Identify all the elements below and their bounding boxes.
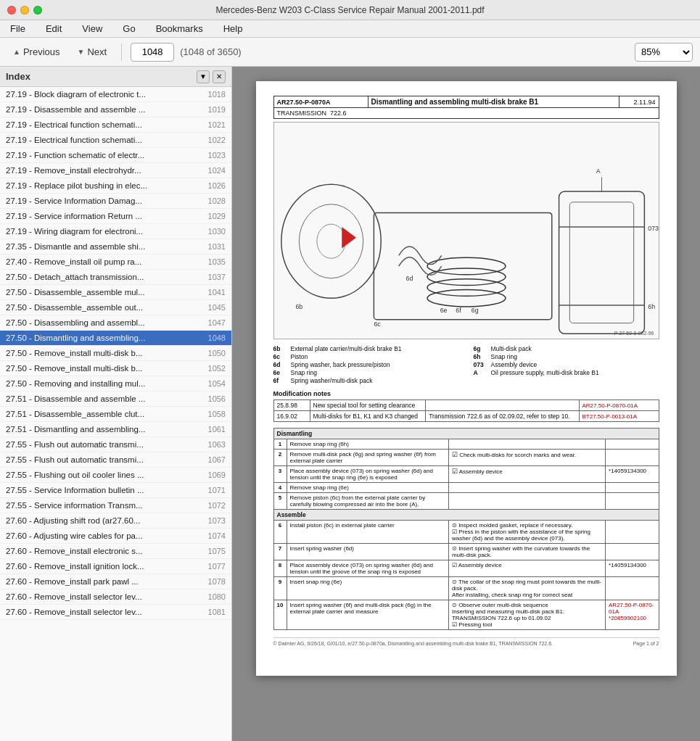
sidebar-item-title-28: 27.60 - Adjusting shift rod (ar27.60...	[6, 516, 199, 525]
pdf-diagram: 6e 6f 6g 6d 073 6h	[273, 122, 659, 339]
sidebar-item-5[interactable]: 27.19 - Remove_install electrohydr...102…	[0, 163, 231, 178]
sidebar-item-page-33: 1080	[204, 592, 226, 601]
sidebar-item-page-19: 1054	[204, 379, 226, 388]
sidebar-item-17[interactable]: 27.50 - Remove_install multi-disk b...10…	[0, 346, 231, 361]
pdf-transmission: TRANSMISSION 722.6	[273, 108, 659, 119]
sidebar-item-12[interactable]: 27.50 - Detach_attach transmission...103…	[0, 270, 231, 285]
step-row-7: 7 Insert spring washer (6d) ⊙ Insert spr…	[273, 544, 659, 560]
sidebar-item-title-14: 27.50 - Disassemble_assemble out...	[6, 303, 199, 312]
content-area[interactable]: AR27.50-P-0870A Dismantling and assembli…	[232, 67, 700, 741]
legend-073: 073 Assembly device	[474, 361, 659, 368]
menu-help[interactable]: Help	[219, 22, 247, 36]
menu-edit[interactable]: Edit	[41, 22, 66, 36]
menu-go[interactable]: Go	[118, 22, 139, 36]
sidebar-item-22[interactable]: 27.51 - Dismantling and assembling...106…	[0, 422, 231, 437]
page-number-input[interactable]: 1048	[131, 43, 174, 62]
mod-link-1[interactable]: AR27.50-P-0870-01A	[582, 402, 638, 409]
sidebar-item-page-23: 1063	[204, 440, 226, 449]
sidebar-item-page-24: 1067	[204, 455, 226, 464]
sidebar-list: 27.19 - Block diagram of electronic t...…	[0, 87, 231, 741]
maximize-button[interactable]	[33, 6, 42, 15]
sidebar-item-21[interactable]: 27.51 - Disassemble_assemble clut...1058	[0, 407, 231, 422]
next-button[interactable]: ▼ Next	[71, 44, 112, 60]
svg-text:6g: 6g	[471, 307, 478, 314]
sidebar-item-9[interactable]: 27.19 - Wiring diagram for electroni...1…	[0, 224, 231, 239]
sidebar-item-34[interactable]: 27.60 - Remove_install selector lev...10…	[0, 605, 231, 620]
menu-view[interactable]: View	[78, 22, 107, 36]
sidebar-item-page-20: 1056	[204, 394, 226, 403]
sidebar-item-0[interactable]: 27.19 - Block diagram of electronic t...…	[0, 87, 231, 102]
sidebar-item-33[interactable]: 27.60 - Remove_install selector lev...10…	[0, 589, 231, 605]
sidebar-item-10[interactable]: 27.35 - Dismantle and assemble shi...103…	[0, 239, 231, 254]
legend-6d: 6d Spring washer, back pressure/piston	[273, 361, 459, 368]
legend-6f: 6f Spring washer/multi-disk pack	[273, 377, 459, 384]
sidebar-item-4[interactable]: 27.19 - Function schematic of electr...1…	[0, 148, 231, 163]
sidebar-item-page-2: 1021	[204, 120, 226, 129]
sidebar-item-2[interactable]: 27.19 - Electrical function schemati...1…	[0, 117, 231, 133]
sidebar-item-13[interactable]: 27.50 - Disassemble_assemble mul...1041	[0, 285, 231, 300]
sidebar-item-8[interactable]: 27.19 - Service information Return ...10…	[0, 209, 231, 224]
sidebar-item-29[interactable]: 27.60 - Adjusting wire cables for pa...1…	[0, 529, 231, 544]
sidebar-header: Index ▼ ✕	[0, 67, 231, 87]
sidebar-item-page-17: 1050	[204, 349, 226, 357]
sidebar-item-7[interactable]: 27.19 - Service Information Damag...1028	[0, 194, 231, 209]
sidebar-item-23[interactable]: 27.55 - Flush out automatic transmi...10…	[0, 437, 231, 452]
pdf-header-table: AR27.50-P-0870A Dismantling and assembli…	[273, 96, 659, 119]
step10-link2[interactable]: *20859902100	[609, 615, 646, 621]
sidebar-item-19[interactable]: 27.50 - Removing and installing mul...10…	[0, 376, 231, 392]
sidebar-item-20[interactable]: 27.51 - Disassemble and assemble ...1056	[0, 392, 231, 407]
sidebar-item-1[interactable]: 27.19 - Disassemble and assemble ...1019	[0, 102, 231, 117]
sidebar-item-31[interactable]: 27.60 - Remove_install ignition lock...1…	[0, 559, 231, 574]
legend-6g: 6g Multi-disk pack	[474, 345, 659, 352]
sidebar-item-6[interactable]: 27.19 - Replace pilot bushing in elec...…	[0, 178, 231, 194]
sidebar-item-3[interactable]: 27.19 - Electrical function schemati...1…	[0, 133, 231, 148]
sidebar-item-27[interactable]: 27.55 - Service information Transm...107…	[0, 498, 231, 513]
sidebar-item-32[interactable]: 27.60 - Remove_install park pawl ...1078	[0, 574, 231, 589]
sidebar-item-16[interactable]: 27.50 - Dismantling and assembling...104…	[0, 331, 231, 346]
sidebar-item-18[interactable]: 27.50 - Remove_install multi-disk b...10…	[0, 361, 231, 376]
assemble-header: Assemble	[273, 510, 659, 521]
sidebar-item-title-20: 27.51 - Disassemble and assemble ...	[6, 394, 199, 403]
step-row-9: 9 Insert snap ring (6e) ⊙ The collar of …	[273, 577, 659, 600]
sidebar-item-page-7: 1028	[204, 196, 226, 205]
footer-page: Page 1 of 2	[633, 641, 659, 646]
svg-text:A: A	[596, 167, 600, 175]
sidebar-item-30[interactable]: 27.60 - Remove_install electronic s...10…	[0, 544, 231, 559]
mod-link-2[interactable]: BT27.50-P-0013-01A	[582, 413, 638, 420]
sidebar-item-25[interactable]: 27.55 - Flushing out oil cooler lines ..…	[0, 468, 231, 483]
mod-notes-table: 25.8.98 New special tool for setting cle…	[273, 400, 659, 422]
sidebar-item-title-26: 27.55 - Service Information bulletin ...	[6, 486, 199, 494]
close-button[interactable]	[7, 6, 16, 15]
sidebar-item-title-13: 27.50 - Disassemble_assemble mul...	[6, 288, 199, 297]
mod-row-1: 25.8.98 New special tool for setting cle…	[273, 400, 659, 411]
steps-table: Dismantling 1 Remove snap ring (6h) 2 Re…	[273, 428, 659, 630]
sidebar-item-page-13: 1041	[204, 288, 226, 297]
zoom-select[interactable]: 85% 100% 125% 150% 75% 50%	[635, 43, 693, 62]
legend-6b: 6b External plate carrier/multi-disk bra…	[273, 345, 459, 352]
sidebar-item-page-30: 1075	[204, 547, 226, 555]
next-arrow-icon: ▼	[77, 48, 84, 56]
sidebar-item-24[interactable]: 27.55 - Flush out automatic transmi...10…	[0, 452, 231, 468]
sidebar: Index ▼ ✕ 27.19 - Block diagram of elect…	[0, 67, 232, 741]
minimize-button[interactable]	[20, 6, 29, 15]
step10-link1[interactable]: AR27.50-P-0870-01A	[609, 602, 654, 615]
menu-file[interactable]: File	[6, 22, 30, 36]
sidebar-item-page-4: 1023	[204, 151, 226, 160]
step-row-5: 5 Remove piston (6c) from the external p…	[273, 493, 659, 510]
sidebar-item-14[interactable]: 27.50 - Disassemble_assemble out...1045	[0, 300, 231, 315]
sidebar-close-btn[interactable]: ✕	[213, 70, 226, 83]
menu-bookmarks[interactable]: Bookmarks	[152, 22, 207, 36]
sidebar-item-26[interactable]: 27.55 - Service Information bulletin ...…	[0, 483, 231, 498]
step-row-6: 6 Install piston (6c) in external plate …	[273, 521, 659, 544]
prev-button[interactable]: ▲ Previous	[7, 44, 65, 60]
sidebar-item-title-31: 27.60 - Remove_install ignition lock...	[6, 562, 199, 571]
sidebar-item-28[interactable]: 27.60 - Adjusting shift rod (ar27.60...1…	[0, 513, 231, 529]
sidebar-item-page-34: 1081	[204, 608, 226, 616]
sidebar-item-11[interactable]: 27.40 - Remove_install oil pump ra...103…	[0, 254, 231, 270]
sidebar-item-page-22: 1061	[204, 425, 226, 434]
legend-area: 6b External plate carrier/multi-disk bra…	[273, 345, 659, 384]
sidebar-controls: ▼ ✕	[197, 70, 226, 83]
legend-6h: 6h Snap ring	[474, 353, 659, 360]
sidebar-collapse-btn[interactable]: ▼	[197, 70, 210, 83]
sidebar-item-15[interactable]: 27.50 - Disassembling and assembl...1047	[0, 315, 231, 331]
